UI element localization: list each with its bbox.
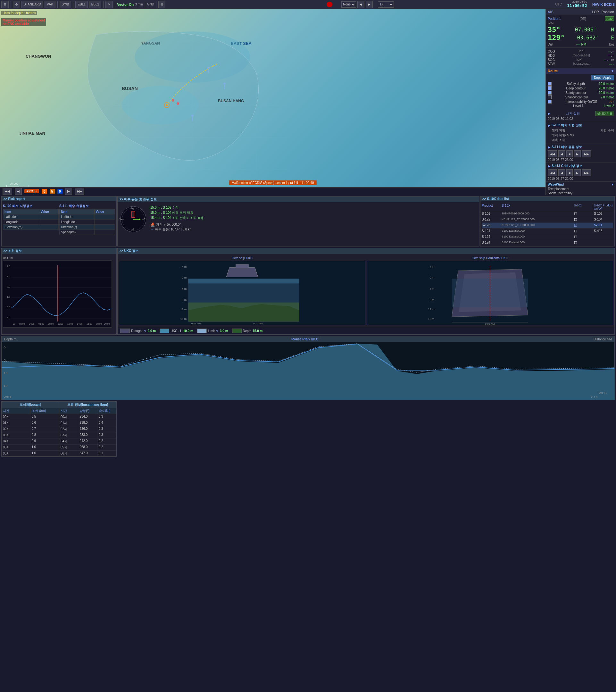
s10x-cb2[interactable]: ☐ [574,218,593,222]
s413-next[interactable]: ▶ [574,169,581,176]
ebl2-button[interactable]: EBL2 [89,1,101,8]
tide-table-content: 시간 조위값(m) 00시0.5 01시0.6 02시0.7 03시0.8 04… [2,408,116,456]
s413-expand[interactable]: ▶ S-413 Grid 기상 정보 [548,164,614,168]
nav-data-section: COG [DR] ---.-- HDG [GLONASS1] ---.-- SO… [546,48,616,68]
safety-depth-checkbox[interactable] [548,82,552,86]
bottom-area: >> Pick report S-102 해저 지형정보 ItemValue L… [0,195,616,458]
s10x-col-product: Product [482,204,501,210]
menu-button[interactable]: ☰ [1,1,9,8]
current-icon: → [150,227,154,232]
auto-btn[interactable]: Auto [605,16,614,21]
ukc-l-item: UKC - L 10.0 m [160,328,193,333]
hdg-row: HDG [GLONASS1] ---.-- [548,54,614,57]
draught-color [120,328,130,333]
interop-checkbox[interactable] [548,100,552,104]
layer-button[interactable]: ⊞ [158,1,166,8]
s102-col-item: Item [3,209,39,214]
s10x-row-4: S-124 S100 Dataset.000 ☐ S-413 [482,229,613,234]
s111-lat-label: Latitude [60,214,94,220]
s10x-cb4[interactable]: ☐ [574,229,593,233]
safety-contour-row: Safety contour 10.0 metre [548,91,614,94]
syb-button[interactable]: SY/B [60,1,71,8]
track-next[interactable]: ▶ [366,1,373,8]
s111-section: ▶ S-111 해수 유동 정보 ◀◀ ◀ ■ ▶ ▶▶ 2019-08-27 … [546,144,616,163]
alert-bar: ◀◀ ◀ Alert [5] 0 5 0 ▶ ▶▶ [0,187,546,195]
s10x-cb3-checked[interactable]: ☑ [574,223,593,228]
hdg-val: ---.-- [608,54,614,57]
limit-val: 3.0 m [220,329,228,333]
show-uncertainty-option[interactable]: Show uncertainty [548,191,614,195]
depth1-row: 15.0 m : S-102 수심 [150,206,478,210]
jowi-panel: >> 조위 정보 Unit : m 4.0 3.0 2.0 1.0 0.0 -1… [1,248,117,334]
depth-val: 15.0 m [252,329,263,333]
draught-edit-btn[interactable]: ✎ [144,329,147,333]
ais-label: AIS [548,10,553,14]
settings-button[interactable]: ⚙ [13,1,20,8]
map-svg: 20,000 + - [0,9,546,195]
hesu-movement-panel: >> 해수 유동 및 조위 정보 N S E W [117,196,480,246]
s102-section: ▶ S-102 해저 지형 정보 해저 지형 가항 수여 해저 지형(직책) 예… [546,122,616,144]
alert-nav-left[interactable]: ◀◀ [3,188,12,195]
s111-prev-prev[interactable]: ◀◀ [548,150,557,157]
wavewind-expand[interactable]: ▼ [611,183,614,186]
tide-col-headers: 시간 조위값(m) [2,408,59,414]
route-plan-svg: 0 5 10 15 WP1 7.19 WPS [2,342,614,400]
s111-prev[interactable]: ◀ [558,150,565,157]
pap-button[interactable]: PAP [45,1,55,8]
s413-title: S-413 Grid 기상 정보 [552,164,582,168]
alert-nav-left2[interactable]: ◀ [15,188,22,195]
s102-expand[interactable]: ▶ S-102 해저 지형 정보 [548,123,614,128]
cur-row-3: 03시233.00.3 [59,432,116,438]
realtime-apply-btn[interactable]: 실시간 적용 [595,111,614,116]
safety-contour-checkbox[interactable] [548,91,552,94]
track-prev[interactable]: ◀ [357,1,365,8]
s111-next-next[interactable]: ▶▶ [582,150,591,157]
speed-select[interactable]: 1X [378,1,394,8]
record-button[interactable] [327,2,332,7]
s10x-name-4: S-413 [594,229,613,233]
s111-stop[interactable]: ■ [566,150,573,157]
time-settings-expand[interactable]: ▶ [548,112,550,115]
system-label: NAVIK ECDIS [592,3,615,6]
depth-apply-button[interactable]: Depth Apply [591,75,614,81]
alert-label: Alert [5] [24,189,39,193]
limit-color [197,328,207,333]
s111-expand[interactable]: ▶ S-111 해수 유동 정보 [548,145,614,149]
standard-button[interactable]: STANDARD [21,1,43,8]
depth-label: Depth [243,329,251,333]
limit-edit-btn[interactable]: ✎ [216,329,219,333]
s111-lat-val [94,214,115,220]
s10x-cb5[interactable]: ☐ [574,235,593,239]
alert-nav-right[interactable]: ▶ [65,188,72,195]
cur-time-col: 시간 [59,408,78,414]
jowi-unit: Unit : m [3,256,115,260]
deep-contour-checkbox[interactable] [548,86,552,90]
svg-text:8 m: 8 m [182,298,186,302]
route-expand[interactable]: ▼ [611,69,614,73]
s111-next[interactable]: ▶ [574,150,581,157]
s10x-cb1[interactable]: ☐ [574,212,593,216]
map-area[interactable]: Units for depth : metres Manual position… [0,9,546,195]
sep1 [10,1,11,8]
s413-stop[interactable]: ■ [566,169,573,176]
s10x-id-6: S100 Dataset.000 [502,241,573,245]
dist-val: ---- NM [576,43,587,46]
svg-text:12 m: 12 m [180,308,186,311]
svg-text:S: S [131,229,133,232]
ebl1-button[interactable]: EBL1 [75,1,88,8]
track-select[interactable]: None [341,1,356,8]
lon-deg: 129° [548,34,565,42]
s10x-cb6[interactable]: ☐ [574,241,593,245]
shallow-contour-checkbox[interactable] [548,95,552,99]
brightness-button[interactable]: ☀ [106,1,113,8]
s10x-name-1: S-102 [594,212,613,216]
s413-next-next[interactable]: ▶▶ [582,169,591,176]
level1-row: Level 1 Level 2 [548,104,614,108]
direction-row: ⛵ 자선 방향: 000.0° [150,222,478,227]
s413-prev[interactable]: ◀ [558,169,565,176]
s413-prev-prev[interactable]: ◀◀ [548,169,557,176]
text-placement-option[interactable]: Text placement [548,187,614,191]
alert-nav-right2[interactable]: ▶▶ [75,188,84,195]
brg-label: Brg [609,43,614,46]
svg-text:0: 0 [3,346,6,349]
